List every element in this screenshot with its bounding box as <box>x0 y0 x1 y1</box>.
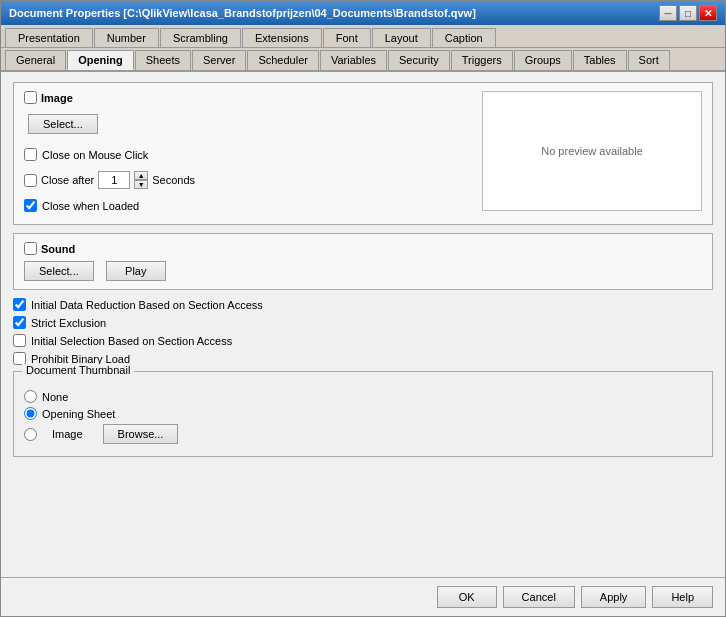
spin-down-button[interactable]: ▼ <box>134 180 148 189</box>
none-label: None <box>42 391 68 403</box>
browse-button[interactable]: Browse... <box>103 424 179 444</box>
apply-button[interactable]: Apply <box>581 586 647 608</box>
window-title: Document Properties [C:\QlikView\Icasa_B… <box>9 7 476 19</box>
title-bar: Document Properties [C:\QlikView\Icasa_B… <box>1 1 725 25</box>
close-after-input[interactable] <box>98 171 130 189</box>
close-after-checkbox[interactable] <box>24 174 37 187</box>
close-when-loaded-label: Close when Loaded <box>42 200 139 212</box>
content-area: Image Select... Close on Mouse Click Clo… <box>1 72 725 577</box>
tab-extensions[interactable]: Extensions <box>242 28 322 47</box>
tab-layout[interactable]: Layout <box>372 28 431 47</box>
tab-tables[interactable]: Tables <box>573 50 627 70</box>
tab-groups[interactable]: Groups <box>514 50 572 70</box>
thumbnail-group: Document Thumbnail None Opening Sheet Im… <box>13 371 713 457</box>
ok-button[interactable]: OK <box>437 586 497 608</box>
strict-exclusion-label: Strict Exclusion <box>31 317 106 329</box>
sound-checkbox[interactable] <box>24 242 37 255</box>
image-left-controls: Image Select... Close on Mouse Click Clo… <box>24 91 470 216</box>
strict-exclusion-row: Strict Exclusion <box>13 316 713 329</box>
prohibit-binary-label: Prohibit Binary Load <box>31 353 130 365</box>
close-on-click-checkbox[interactable] <box>24 148 37 161</box>
tab-general[interactable]: General <box>5 50 66 70</box>
none-radio[interactable] <box>24 390 37 403</box>
tab-sheets[interactable]: Sheets <box>135 50 191 70</box>
preview-text: No preview available <box>541 145 643 157</box>
window-controls: ─ □ ✕ <box>659 5 717 21</box>
close-when-loaded-checkbox[interactable] <box>24 199 37 212</box>
second-tab-bar: General Opening Sheets Server Scheduler … <box>1 48 725 72</box>
tab-opening[interactable]: Opening <box>67 50 134 70</box>
sound-controls: Select... Play <box>24 261 702 281</box>
tab-server[interactable]: Server <box>192 50 246 70</box>
tab-number[interactable]: Number <box>94 28 159 47</box>
initial-data-reduction-label: Initial Data Reduction Based on Section … <box>31 299 263 311</box>
initial-selection-label: Initial Selection Based on Section Acces… <box>31 335 232 347</box>
spin-up-button[interactable]: ▲ <box>134 171 148 180</box>
opening-sheet-radio-row: Opening Sheet <box>24 407 702 420</box>
sound-header: Sound <box>24 242 702 255</box>
image-radio-row: Image Browse... <box>24 424 702 444</box>
play-button[interactable]: Play <box>106 261 166 281</box>
thumbnail-group-title: Document Thumbnail <box>22 364 134 376</box>
image-select-button[interactable]: Select... <box>28 114 98 134</box>
close-on-click-label: Close on Mouse Click <box>42 149 148 161</box>
initial-data-reduction-checkbox[interactable] <box>13 298 26 311</box>
tab-security[interactable]: Security <box>388 50 450 70</box>
help-button[interactable]: Help <box>652 586 713 608</box>
image-header: Image <box>24 91 470 104</box>
tab-scheduler[interactable]: Scheduler <box>247 50 319 70</box>
close-when-loaded-row: Close when Loaded <box>24 199 470 212</box>
image-preview: No preview available <box>482 91 702 211</box>
initial-selection-row: Initial Selection Based on Section Acces… <box>13 334 713 347</box>
sound-section: Sound Select... Play <box>13 233 713 290</box>
footer: OK Cancel Apply Help <box>1 577 725 616</box>
close-after-label: Close after <box>41 174 94 186</box>
initial-data-reduction-row: Initial Data Reduction Based on Section … <box>13 298 713 311</box>
image-radio[interactable] <box>24 428 37 441</box>
image-section: Image Select... Close on Mouse Click Clo… <box>13 82 713 225</box>
image-row: Image Select... Close on Mouse Click Clo… <box>24 91 702 216</box>
close-button[interactable]: ✕ <box>699 5 717 21</box>
opening-sheet-radio[interactable] <box>24 407 37 420</box>
seconds-label: Seconds <box>152 174 195 186</box>
close-after-spinner: ▲ ▼ <box>134 171 148 189</box>
close-after-row: Close after ▲ ▼ Seconds <box>24 171 470 189</box>
opening-sheet-label: Opening Sheet <box>42 408 115 420</box>
tab-variables[interactable]: Variables <box>320 50 387 70</box>
tab-scrambling[interactable]: Scrambling <box>160 28 241 47</box>
tab-triggers[interactable]: Triggers <box>451 50 513 70</box>
none-radio-row: None <box>24 390 702 403</box>
tab-caption[interactable]: Caption <box>432 28 496 47</box>
thumbnail-image-label: Image <box>52 428 83 440</box>
tab-presentation[interactable]: Presentation <box>5 28 93 47</box>
minimize-button[interactable]: ─ <box>659 5 677 21</box>
tab-sort[interactable]: Sort <box>628 50 670 70</box>
strict-exclusion-checkbox[interactable] <box>13 316 26 329</box>
top-tab-bar: Presentation Number Scrambling Extension… <box>1 25 725 48</box>
sound-label: Sound <box>41 243 75 255</box>
image-label: Image <box>41 92 73 104</box>
cancel-button[interactable]: Cancel <box>503 586 575 608</box>
close-on-click-row: Close on Mouse Click <box>24 148 470 161</box>
maximize-button[interactable]: □ <box>679 5 697 21</box>
image-checkbox[interactable] <box>24 91 37 104</box>
tab-font[interactable]: Font <box>323 28 371 47</box>
sound-select-button[interactable]: Select... <box>24 261 94 281</box>
initial-selection-checkbox[interactable] <box>13 334 26 347</box>
bottom-options: Initial Data Reduction Based on Section … <box>13 298 713 457</box>
